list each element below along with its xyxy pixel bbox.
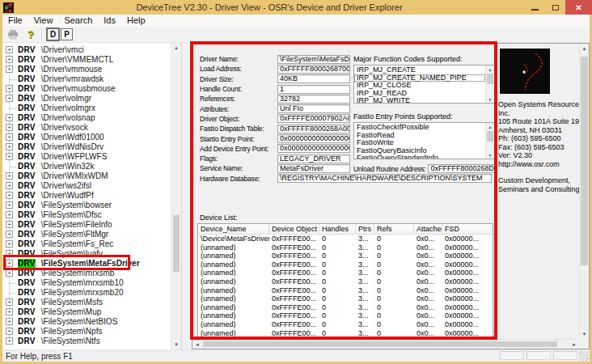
scroll-down-icon[interactable]: ▼: [171, 340, 181, 349]
expand-plus-icon[interactable]: +: [6, 95, 13, 102]
expand-plus-icon[interactable]: +: [6, 231, 13, 238]
scrollbar-thumb[interactable]: [487, 74, 493, 84]
expand-plus-icon[interactable]: +: [6, 85, 13, 92]
tree-item[interactable]: +DRV\Driver\WFPLWFS: [2, 151, 171, 161]
table-row[interactable]: (unnamed)0xFFFFE00...03...00x0...0x00000…: [198, 286, 493, 295]
field-value[interactable]: 40KB: [277, 74, 350, 83]
minimize-button[interactable]: [525, 0, 545, 15]
listbox-item[interactable]: IRP_MJ_CLOSE: [354, 82, 485, 90]
expand-plus-icon[interactable]: +: [6, 133, 13, 141]
listbox-item[interactable]: IRP_MJ_WRITE: [354, 97, 485, 104]
scroll-down-icon[interactable]: ▼: [580, 329, 589, 339]
tree-item[interactable]: +DRV\Driver\vmmouse: [2, 64, 171, 74]
menu-item-help[interactable]: Help: [121, 15, 151, 27]
expand-plus-icon[interactable]: +: [6, 298, 13, 306]
help-button[interactable]: ?: [23, 28, 38, 41]
listbox-item[interactable]: FastIoQueryBasicInfo: [354, 147, 485, 155]
listbox-item[interactable]: IRP_MJ_READ: [354, 90, 485, 98]
scroll-up-icon[interactable]: ▲: [486, 66, 494, 73]
tree-item[interactable]: +DRV\FileSystem\NetBIOS: [2, 316, 171, 326]
field-value[interactable]: 0xFFFFE00007902AC0: [277, 114, 350, 123]
table-row[interactable]: (unnamed)0xFFFFE00...03...00x0...0x00000…: [198, 260, 493, 269]
scroll-right-icon[interactable]: ►: [569, 340, 579, 349]
tree-vertical-scrollbar[interactable]: ▲ ▼: [171, 43, 181, 349]
listbox-scrollbar[interactable]: ▲ ▼: [485, 66, 494, 103]
tree-item[interactable]: +DRV\FileSystem\mrxsmb: [2, 268, 171, 277]
expand-plus-icon[interactable]: +: [6, 153, 13, 160]
tree-item[interactable]: DRV\FileSystem\mrxsmb20: [2, 287, 171, 297]
column-header[interactable]: Handles: [319, 224, 356, 235]
listbox-item[interactable]: IRP_MJ_CREATE_NAMED_PIPE: [354, 74, 485, 83]
field-value[interactable]: MetaFsDriver: [277, 164, 350, 173]
tree-item[interactable]: +DRV\FileSystem\Npfs: [2, 326, 171, 336]
listbox-item[interactable]: FastIoCheckIfPossible: [354, 124, 485, 132]
major-function-listbox[interactable]: IRP_MJ_CREATEIRP_MJ_CREATE_NAMED_PIPEIRP…: [353, 65, 495, 104]
maximize-button[interactable]: [545, 0, 565, 15]
field-value[interactable]: 0xFFFFF8000268A000: [277, 125, 350, 133]
driver-view-button[interactable]: D: [47, 28, 59, 40]
tree-item[interactable]: DRV\Driver\Win32k: [2, 161, 171, 171]
scrollbar-thumb[interactable]: [173, 215, 180, 272]
tree-item[interactable]: +DRV\FileSystem\Ntfs: [2, 336, 171, 345]
print-button[interactable]: [6, 28, 20, 41]
expand-plus-icon[interactable]: +: [6, 308, 13, 315]
column-header[interactable]: Refs: [374, 224, 414, 235]
tree-item[interactable]: +DRV\FileSystem\Mup: [2, 307, 171, 316]
tree-item[interactable]: +DRV\Driver\volsnap: [2, 112, 171, 122]
tree-item[interactable]: +DRV\FileSystem\luafv: [2, 248, 171, 258]
tree-item[interactable]: +DRV\Driver\WMIxWDM: [2, 171, 171, 180]
expand-plus-icon[interactable]: +: [6, 46, 13, 53]
field-value[interactable]: 0xFFFFF80002687000: [277, 65, 350, 74]
menu-item-search[interactable]: Search: [58, 15, 98, 27]
column-header[interactable]: FSD: [442, 224, 493, 235]
field-value[interactable]: \FileSystem\MetaFsDriver: [277, 55, 350, 64]
table-row[interactable]: (unnamed)0xFFFFE00...03...00x0...0x00000…: [198, 269, 493, 277]
tree-item[interactable]: DRV\FileSystem\mrxsmb10: [2, 277, 171, 287]
menu-item-ids[interactable]: Ids: [98, 15, 121, 27]
expand-plus-icon[interactable]: +: [6, 182, 13, 189]
menu-item-view[interactable]: View: [28, 15, 59, 27]
tree-item[interactable]: +DRV\FileSystem\Fs_Rec: [2, 239, 171, 248]
tree-item[interactable]: +DRV\Driver\WdNisDrv: [2, 142, 171, 151]
table-row[interactable]: (unnamed)0xFFFFE00...03...00x0...0x00000…: [198, 311, 493, 320]
tree-item[interactable]: +DRV\FileSystem\bowser: [2, 200, 171, 210]
field-value[interactable]: 0xFFFFF8000268D460: [428, 164, 496, 173]
panel-splitter[interactable]: [182, 43, 192, 349]
expand-plus-icon[interactable]: +: [6, 66, 13, 73]
listbox-item[interactable]: FastIoWrite: [354, 139, 485, 147]
tree-item[interactable]: DRV\Driver\vmrawdsk: [2, 74, 171, 83]
tree-item[interactable]: DRV\Driver\volmgrx: [2, 103, 171, 112]
listbox-item[interactable]: IRP_MJ_CREATE: [354, 66, 485, 74]
expand-plus-icon[interactable]: +: [6, 211, 13, 218]
scroll-up-icon[interactable]: ▲: [486, 123, 494, 130]
expand-plus-icon[interactable]: +: [6, 250, 13, 257]
scrollbar-thumb[interactable]: [487, 131, 493, 142]
scroll-left-icon[interactable]: ◄: [192, 340, 202, 349]
tree-item[interactable]: +DRV\Driver\ws2ifsl: [2, 180, 171, 190]
scroll-up-icon[interactable]: ▲: [171, 43, 181, 53]
tree-item[interactable]: +DRV\FileSystem\Dfsc: [2, 210, 171, 219]
tree-item[interactable]: +DRV\FileSystem\MetaFsDriver: [2, 258, 171, 268]
detail-vertical-scrollbar[interactable]: ▲ ▼: [579, 44, 589, 339]
listbox-item[interactable]: FastIoQueryStandardInfo: [354, 154, 485, 159]
tree-item[interactable]: +DRV\FileSystem\FltMgr: [2, 229, 171, 239]
tree-item[interactable]: +DRV\Driver\vmusbmouse: [2, 83, 171, 93]
field-value[interactable]: 0x0000000000000000: [277, 134, 350, 143]
table-row[interactable]: (unnamed)0xFFFFE00...03...00x0...0x00000…: [198, 252, 493, 260]
tree-item[interactable]: +DRV\Driver\Wdf01000: [2, 132, 171, 142]
tree-item[interactable]: +DRV\Driver\VMMEMCTL: [2, 54, 171, 64]
tree-item[interactable]: +DRV\Driver\volmgr: [2, 93, 171, 103]
column-header[interactable]: Device_Name: [198, 224, 269, 235]
menu-item-file[interactable]: File: [2, 15, 28, 27]
field-value[interactable]: 0x0000000000000000: [277, 144, 350, 153]
table-row[interactable]: (unnamed)0xFFFFE00...03...00x0...0x00000…: [198, 294, 493, 303]
field-value[interactable]: LEGACY_DRIVER: [277, 154, 350, 163]
expand-plus-icon[interactable]: +: [6, 192, 13, 199]
expand-plus-icon[interactable]: +: [6, 240, 13, 248]
table-row[interactable]: (unnamed)0xFFFFE00...03...00x0...0x00000…: [198, 303, 493, 312]
column-header[interactable]: Attached: [414, 224, 442, 235]
field-value[interactable]: 32782: [277, 95, 350, 104]
tree-item[interactable]: +DRV\FileSystem\Msfs: [2, 297, 171, 307]
expand-plus-icon[interactable]: +: [6, 114, 13, 121]
field-value[interactable]: \REGISTRY\MACHINE\HARDWARE\DESCRIPTION\S…: [277, 174, 492, 183]
